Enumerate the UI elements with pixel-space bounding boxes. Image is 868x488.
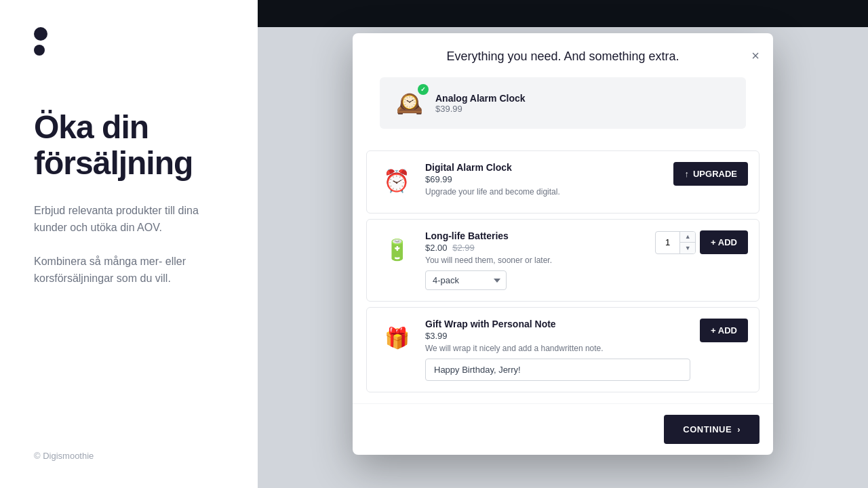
battery-pack-select[interactable]: 1-pack 2-pack 4-pack 8-pack: [425, 270, 507, 290]
upsell-digital-name: Digital Alarm Clock: [425, 162, 664, 173]
modal-title: Everything you need. And something extra…: [446, 49, 679, 63]
quantity-value: 1: [656, 232, 680, 253]
modal-overlay: Everything you need. And something extra…: [353, 33, 773, 455]
footer-copyright: © Digismoothie: [34, 451, 94, 461]
left-content: Öka din försäljning Erbjud relevanta pro…: [34, 110, 224, 461]
upsell-gift-desc: We will wrap it nicely and add a handwri…: [425, 344, 690, 353]
upsell-gift-name: Gift Wrap with Personal Note: [425, 319, 690, 329]
battery-image: 🔋: [378, 230, 416, 268]
modal-footer: CONTINUE ›: [353, 403, 773, 455]
upsell-battery-price: $2.00 $2.99: [425, 243, 646, 253]
upsell-gift-price: $3.99: [425, 331, 690, 341]
check-badge: [418, 84, 429, 95]
upsell-gift-info: Gift Wrap with Personal Note $3.99 We wi…: [425, 319, 690, 381]
logo: [34, 27, 224, 56]
quantity-down-arrow[interactable]: ▼: [680, 243, 695, 253]
right-panel: Everything you need. And something extra…: [258, 0, 868, 488]
add-battery-button[interactable]: + ADD: [700, 230, 748, 254]
upgrade-button[interactable]: ↑ UPGRADE: [673, 162, 748, 186]
upsell-item-gift-wrap: 🎁 Gift Wrap with Personal Note $3.99 We …: [366, 307, 760, 392]
quantity-up-arrow[interactable]: ▲: [680, 232, 695, 243]
upsell-battery-actions: 1 ▲ ▼ + ADD: [655, 230, 748, 254]
upgrade-label: UPGRADE: [693, 169, 737, 179]
current-item: 🕰️ Analog Alarm Clock $39.99: [380, 77, 746, 129]
upsell-digital-actions: ↑ UPGRADE: [673, 162, 748, 186]
current-item-price: $39.99: [435, 104, 526, 114]
description-1: Erbjud relevanta produkter till dina kun…: [34, 202, 224, 237]
upsell-gift-actions: + ADD: [700, 319, 748, 342]
clock-icon: 🕰️: [396, 90, 423, 116]
add-gift-button[interactable]: + ADD: [700, 319, 748, 342]
current-item-name: Analog Alarm Clock: [435, 93, 526, 104]
upsell-digital-price: $69.99: [425, 174, 664, 184]
continue-button[interactable]: CONTINUE ›: [664, 415, 760, 444]
left-panel: Öka din försäljning Erbjud relevanta pro…: [0, 0, 258, 488]
upsell-battery-desc: You will need them, sooner or later.: [425, 256, 646, 265]
current-item-image: 🕰️: [393, 87, 426, 119]
upsell-battery-original-price: $2.99: [452, 243, 475, 253]
description-2: Kombinera så många mer- eller korsförsäl…: [34, 253, 224, 287]
modal-body: ⏰ Digital Alarm Clock $69.99 Upgrade you…: [353, 140, 773, 403]
battery-icon: 🔋: [384, 238, 410, 262]
logo-dot-small: [34, 45, 45, 56]
upsell-item-digital-alarm: ⏰ Digital Alarm Clock $69.99 Upgrade you…: [366, 150, 760, 214]
current-item-info: Analog Alarm Clock $39.99: [435, 93, 526, 114]
browser-bar: [258, 0, 868, 27]
upsell-item-batteries: 🔋 Long-life Batteries $2.00 $2.99 You wi…: [366, 219, 760, 302]
continue-label: CONTINUE: [683, 424, 732, 434]
digital-clock-icon: ⏰: [383, 168, 410, 194]
logo-dot-large: [34, 27, 47, 41]
quantity-arrows: ▲ ▼: [680, 232, 695, 253]
quantity-stepper: 1 ▲ ▼: [655, 231, 696, 254]
add-battery-label: + ADD: [711, 237, 737, 247]
add-gift-label: + ADD: [711, 325, 737, 336]
digital-clock-image: ⏰: [378, 162, 416, 200]
upsell-battery-name: Long-life Batteries: [425, 230, 646, 241]
main-heading: Öka din försäljning: [34, 110, 224, 182]
upsell-digital-info: Digital Alarm Clock $69.99 Upgrade your …: [425, 162, 664, 202]
upgrade-arrow-icon: ↑: [684, 169, 689, 179]
gift-icon: 🎁: [384, 326, 410, 350]
continue-arrow-icon: ›: [737, 424, 741, 434]
modal-close-button[interactable]: ×: [749, 46, 762, 65]
gift-wrap-image: 🎁: [378, 319, 416, 357]
personal-note-input[interactable]: [425, 359, 690, 381]
upsell-digital-desc: Upgrade your life and become digital.: [425, 187, 664, 197]
upsell-battery-info: Long-life Batteries $2.00 $2.99 You will…: [425, 230, 646, 290]
modal-header: Everything you need. And something extra…: [353, 33, 773, 77]
